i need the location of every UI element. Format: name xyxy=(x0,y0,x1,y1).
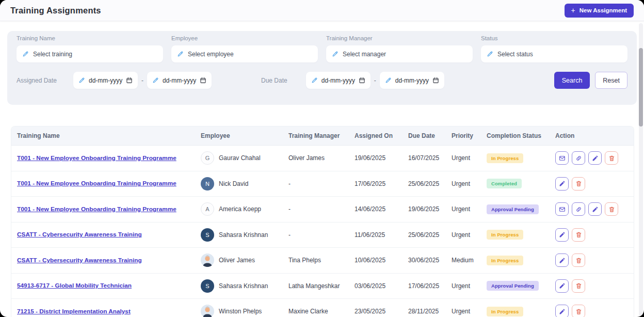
pencil-icon xyxy=(332,51,339,57)
edit-button[interactable] xyxy=(555,305,569,317)
training-name-link[interactable]: 71215 - District Implementation Analyst xyxy=(17,308,131,315)
link-button[interactable] xyxy=(572,151,585,165)
table-row: CSATT - Cybersecurity Awareness Training… xyxy=(11,248,634,274)
delete-button[interactable] xyxy=(605,151,618,165)
status-badge: Approval Pending xyxy=(487,281,539,291)
assigned-date-to-picker[interactable]: dd-mm-yyyy xyxy=(147,72,212,89)
employee-select[interactable] xyxy=(171,45,318,62)
completion-status-cell: In Progress xyxy=(481,307,550,316)
training-name-link[interactable]: CSATT - Cybersecurity Awareness Training xyxy=(17,231,142,239)
edit-button[interactable] xyxy=(555,279,569,293)
delete-button[interactable] xyxy=(572,305,585,317)
delete-button[interactable] xyxy=(572,279,585,293)
delete-button[interactable] xyxy=(572,177,585,191)
delete-icon xyxy=(608,206,615,213)
completion-status-cell: Approval Pending xyxy=(481,204,550,214)
employee-cell: Winston Phelps xyxy=(195,305,283,317)
training-name-select[interactable] xyxy=(17,45,163,62)
due-date-label: Due Date xyxy=(261,77,287,84)
filter-label: Status xyxy=(481,35,627,41)
priority-cell: Urgent xyxy=(446,180,481,187)
action-cell xyxy=(550,305,634,317)
training-name-link[interactable]: T001 - New Employee Onboarding Training … xyxy=(17,180,176,187)
training-name-link[interactable]: T001 - New Employee Onboarding Training … xyxy=(17,154,176,162)
delete-icon xyxy=(575,231,582,238)
table-header-row: Training Name Employee Training Manager … xyxy=(11,126,634,146)
link-button[interactable] xyxy=(572,202,585,216)
delete-button[interactable] xyxy=(605,202,618,216)
training-manager-cell: Maxine Clarke xyxy=(283,308,349,315)
edit-button[interactable] xyxy=(588,151,602,165)
employee-name: Gaurav Chahal xyxy=(219,154,261,162)
edit-icon xyxy=(592,155,599,162)
avatar: S xyxy=(201,228,214,242)
range-separator: - xyxy=(141,77,143,84)
delete-icon xyxy=(575,282,582,289)
employee-cell: A America Koepp xyxy=(195,202,283,216)
employee-name: Nick David xyxy=(219,180,248,187)
filter-field-status: Status xyxy=(481,35,627,62)
priority-cell: Urgent xyxy=(446,154,481,162)
assignments-table: Training Name Employee Training Manager … xyxy=(11,126,634,317)
completion-status-cell: In Progress xyxy=(481,256,550,265)
due-date-to-picker[interactable]: dd-mm-yyyy xyxy=(380,72,444,89)
column-header-training-manager: Training Manager xyxy=(283,132,349,139)
training-name-cell: T001 - New Employee Onboarding Training … xyxy=(11,205,195,213)
new-assignment-button[interactable]: + New Assignment xyxy=(565,4,634,18)
assigned-on-cell: 19/06/2025 xyxy=(349,154,403,162)
reset-button[interactable]: Reset xyxy=(595,72,627,89)
avatar-photo xyxy=(201,305,214,317)
due-date-cell: 25/06/2025 xyxy=(403,180,446,187)
assigned-date-from-picker[interactable]: dd-mm-yyyy xyxy=(73,72,138,89)
due-date-cell: 28/11/2025 xyxy=(403,308,446,315)
due-date-from-picker[interactable]: dd-mm-yyyy xyxy=(306,72,371,89)
edit-button[interactable] xyxy=(588,202,602,216)
edit-button[interactable] xyxy=(555,253,569,267)
status-badge: In Progress xyxy=(487,153,523,163)
table-row: 71215 - District Implementation Analyst … xyxy=(11,299,634,317)
date-placeholder: dd-mm-yyyy xyxy=(321,77,355,84)
training-name-input[interactable] xyxy=(33,51,157,58)
scrollbar-track[interactable] xyxy=(639,23,643,317)
training-name-link[interactable]: CSATT - Cybersecurity Awareness Training xyxy=(17,257,142,264)
training-name-link[interactable]: 54913-6717 - Global Mobility Technician xyxy=(17,282,132,290)
page-title: Training Assignments xyxy=(10,6,101,15)
edit-button[interactable] xyxy=(555,177,569,191)
status-input[interactable] xyxy=(497,51,622,58)
employee-input[interactable] xyxy=(188,51,312,58)
scrollbar-thumb[interactable] xyxy=(639,48,643,126)
edit-button[interactable] xyxy=(555,228,569,242)
action-cell xyxy=(550,279,634,293)
training-manager-cell: Oliver James xyxy=(283,154,349,162)
delete-button[interactable] xyxy=(572,253,585,267)
employee-name: Sahasra Krishnan xyxy=(219,282,268,290)
pencil-icon xyxy=(22,51,29,57)
priority-cell: Urgent xyxy=(446,308,481,315)
edit-icon xyxy=(559,282,566,289)
column-header-due-date: Due Date xyxy=(403,132,446,139)
training-name-cell: 54913-6717 - Global Mobility Technician xyxy=(11,282,195,290)
search-button[interactable]: Search xyxy=(554,72,590,89)
delete-icon xyxy=(608,155,615,162)
training-manager-input[interactable] xyxy=(343,51,467,58)
mail-button[interactable] xyxy=(555,202,569,216)
filter-label: Training Manager xyxy=(326,35,473,41)
due-date-cell: 17/06/2025 xyxy=(403,282,446,290)
table-row: CSATT - Cybersecurity Awareness Training… xyxy=(11,223,634,248)
status-badge: Completed xyxy=(487,179,522,188)
training-manager-select[interactable] xyxy=(326,45,473,62)
training-name-cell: CSATT - Cybersecurity Awareness Training xyxy=(11,231,195,239)
mail-button[interactable] xyxy=(555,151,569,165)
training-name-link[interactable]: T001 - New Employee Onboarding Training … xyxy=(17,205,176,213)
action-cell xyxy=(550,253,634,267)
assigned-date-label: Assigned Date xyxy=(17,77,73,84)
pencil-icon xyxy=(487,51,493,57)
delete-button[interactable] xyxy=(572,228,585,242)
status-select[interactable] xyxy=(481,45,627,62)
action-cell xyxy=(550,177,634,191)
due-date-cell: 16/07/2025 xyxy=(403,154,446,162)
status-badge: Approval Pending xyxy=(487,204,539,214)
column-header-priority: Priority xyxy=(446,132,481,139)
training-name-cell: CSATT - Cybersecurity Awareness Training xyxy=(11,257,195,264)
filter-field-employee: Employee xyxy=(171,35,318,62)
